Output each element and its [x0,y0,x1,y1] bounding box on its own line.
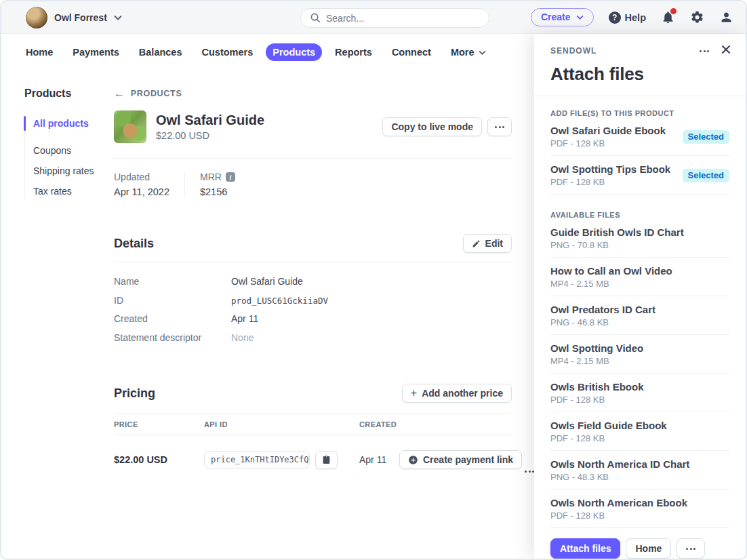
profile-button[interactable] [719,10,733,24]
add-another-price-button[interactable]: + Add another price [402,384,512,403]
col-api-id: API ID [204,420,359,428]
panel-header: SENDOWL [534,34,746,57]
account-switcher[interactable]: Owl Forrest [26,7,122,28]
product-overflow-button[interactable] [487,117,512,136]
panel-overflow-icon[interactable] [700,50,709,52]
plus-circle-icon [408,455,418,465]
nav-item-home[interactable]: Home [19,43,60,61]
sidebar-item-coupons[interactable]: Coupons [25,143,114,158]
available-file-item[interactable]: Owls British Ebook PDF - 128 KB [550,374,729,412]
panel-app-name: SENDOWL [550,46,597,56]
panel-body: ADD FILE(S) TO THIS PRODUCT Owl Safari G… [534,96,746,528]
attached-file-item[interactable]: Owl Spotting Tips Ebook PDF - 128 KB Sel… [550,156,729,195]
pricing-table: PRICE API ID CREATED $22.00 USD price_1K… [114,414,512,481]
notifications-button[interactable] [661,10,675,24]
create-button[interactable]: Create [531,8,594,26]
available-file-item[interactable]: Owl Predators ID Cart PNG - 46.8 KB [550,296,729,335]
attach-files-button[interactable]: Attach files [550,538,620,559]
detail-row-name: Name Owl Safari Guide [114,273,512,292]
close-icon[interactable] [721,45,731,57]
edit-button[interactable]: Edit [463,234,512,253]
updated-value: Apr 11, 2022 [114,186,169,197]
create-button-label: Create [541,12,571,22]
arrow-left-icon: ← [114,88,125,99]
help-label: Help [625,12,646,23]
details-section: Details Edit Name Owl Safari Guide ID pr… [114,234,512,347]
nav-item-reports[interactable]: Reports [328,43,379,61]
notification-dot [670,8,677,14]
help-button[interactable]: ? Help [609,12,646,24]
settings-button[interactable] [690,10,704,24]
available-file-item[interactable]: Owl Spotting Video MP4 - 2.15 MB [550,335,729,374]
sendowl-panel: SENDOWL Attach files ADD FILE(S) TO THIS… [534,34,746,559]
page-title: Products [24,87,114,100]
sidebar-list: All products Coupons Shipping rates Tax … [24,116,114,199]
attached-file-item[interactable]: Owl Safari Guide Ebook PDF - 128 KB Sele… [550,117,729,156]
pricing-row: $22.00 USD price_1KnTHtIDYe3CfQ Apr 11 C [114,435,512,481]
pricing-heading: Pricing [114,386,155,401]
product-thumbnail [114,111,146,143]
divider [114,262,512,262]
account-name: Owl Forrest [54,12,107,23]
api-id-pill[interactable]: price_1KnTHtIDYe3CfQ [204,451,310,468]
person-icon [719,10,733,24]
available-section-label: AVAILABLE FILES [550,211,729,219]
pencil-icon [472,239,481,248]
product-price: $22.00 USD [156,130,264,141]
chevron-down-icon [114,15,122,20]
available-file-item[interactable]: Guide British Owls ID Chart PNG - 70.8 K… [550,219,729,258]
nav-item-connect[interactable]: Connect [385,43,438,61]
create-payment-link-label: Create payment link [423,454,513,465]
panel-title: Attach files [534,57,746,85]
search-input[interactable]: Search... [300,8,489,28]
breadcrumb-label: PRODUCTS [131,89,182,98]
panel-footer: Attach files Home [534,528,746,559]
gear-icon [690,10,704,24]
nav-more-label: More [451,47,475,58]
products-sidebar: Products All products Coupons Shipping r… [24,70,114,481]
created-value: Apr 11 [359,454,399,465]
top-bar: Owl Forrest Search... Create ? Help [1,1,746,34]
sidebar-item-all-products[interactable]: All products [25,116,114,131]
home-button[interactable]: Home [626,538,671,559]
clipboard-icon [322,455,331,465]
nav-item-customers[interactable]: Customers [195,43,260,61]
nav-item-more[interactable]: More [444,43,493,61]
info-icon[interactable]: i [226,172,235,182]
mrr-stat: MRR i $2156 [184,172,250,197]
nav-item-balances[interactable]: Balances [132,43,189,61]
create-payment-link-button[interactable]: Create payment link [399,450,522,469]
app-window: Owl Forrest Search... Create ? Help [0,0,747,560]
account-avatar [26,7,47,28]
nav-item-payments[interactable]: Payments [66,43,126,61]
plus-icon: + [411,388,417,399]
price-value: $22.00 USD [114,454,204,465]
available-file-item[interactable]: Owls Field Guide Ebook PDF - 128 KB [550,412,729,451]
nav-item-products[interactable]: Products [266,43,322,61]
copy-api-id-button[interactable] [315,451,338,469]
add-price-label: Add another price [422,388,503,399]
product-detail: ← PRODUCTS Owl Safari Guide $22.00 USD C… [114,70,512,481]
sidebar-item-tax-rates[interactable]: Tax rates [25,184,114,199]
sidebar-item-shipping-rates[interactable]: Shipping rates [25,163,114,178]
search-icon [310,13,321,23]
col-created: CREATED [359,420,512,428]
product-actions: Copy to live mode [382,117,512,136]
available-file-item[interactable]: Owls North America ID Chart PNG - 48.3 K… [550,451,729,489]
footer-overflow-button[interactable] [677,538,705,559]
available-file-item[interactable]: How to Call an Owl Video MP4 - 2.15 MB [550,258,729,296]
price-row-overflow-icon[interactable] [525,471,534,473]
breadcrumb[interactable]: ← PRODUCTS [114,88,512,99]
search-placeholder: Search... [326,13,364,24]
topbar-actions: Create ? Help [531,8,733,26]
updated-label: Updated [114,172,169,182]
col-price: PRICE [114,420,204,428]
attached-section-label: ADD FILE(S) TO THIS PRODUCT [550,109,729,117]
available-file-item[interactable]: Owls North American Ebook PDF - 128 KB [550,489,729,528]
product-stats: Updated Apr 11, 2022 MRR i $2156 [114,159,512,197]
overflow-icon [495,126,504,128]
edit-button-label: Edit [485,238,503,249]
product-header: Owl Safari Guide $22.00 USD Copy to live… [114,111,512,143]
copy-to-live-mode-button[interactable]: Copy to live mode [382,117,482,136]
detail-row-statement-descriptor: Statement descriptor None [114,329,512,348]
